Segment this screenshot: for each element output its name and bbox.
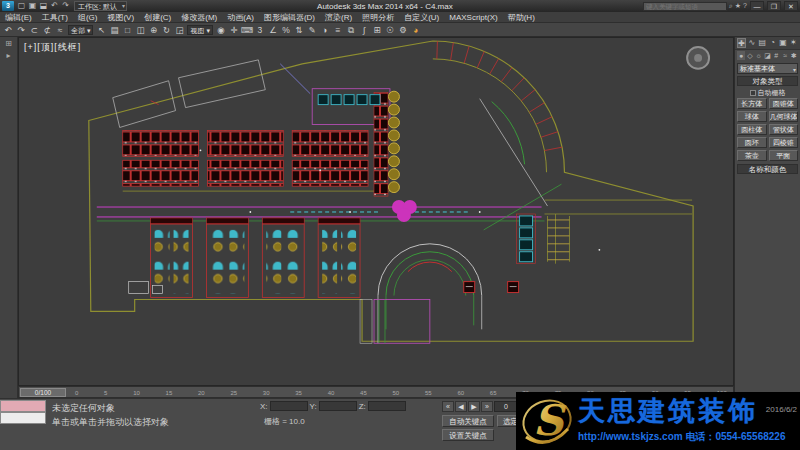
open-file-icon[interactable]: ▣: [27, 0, 38, 12]
brand-url[interactable]: http://www.tskjzs.com: [578, 431, 683, 442]
menu-help[interactable]: 帮助(H): [503, 12, 540, 23]
search-input[interactable]: [643, 2, 727, 11]
menu-lighting-analysis[interactable]: 照明分析: [357, 12, 399, 23]
objtype-plane[interactable]: 平面: [769, 150, 799, 161]
menu-customize[interactable]: 自定义(U): [399, 12, 444, 23]
percent-snap-icon[interactable]: %: [280, 24, 292, 36]
menu-create[interactable]: 创建(C): [139, 12, 176, 23]
panel-tab-utilities[interactable]: ✶: [789, 38, 798, 48]
subtab-shapes[interactable]: ◇: [746, 51, 754, 60]
select-and-manipulate-icon[interactable]: ✛: [228, 24, 240, 36]
x-coordinate-field[interactable]: [270, 401, 308, 411]
menu-group[interactable]: 组(G): [73, 12, 103, 23]
subtab-lights[interactable]: ☼: [755, 51, 763, 60]
edit-named-selection-sets-icon[interactable]: ✎: [306, 24, 318, 36]
undo-icon[interactable]: ↶: [2, 24, 14, 36]
maximize-button[interactable]: ❐: [767, 1, 781, 11]
selection-filter-dropdown[interactable]: 全部 ▾: [68, 25, 93, 35]
favorites-star-icon[interactable]: ★: [735, 0, 741, 12]
schematic-view-icon[interactable]: ⊞: [371, 24, 383, 36]
menu-modifiers[interactable]: 修改器(M): [176, 12, 222, 23]
layer-manager-icon[interactable]: ⧉: [345, 24, 357, 36]
spinner-snap-icon[interactable]: ⇅: [293, 24, 305, 36]
objtype-cone[interactable]: 圆锥体: [769, 98, 799, 109]
panel-tab-create[interactable]: ✚: [737, 38, 746, 48]
3dsmax-app-icon[interactable]: 3: [2, 1, 14, 11]
viewport[interactable]: [+][顶][线框]: [18, 37, 734, 386]
keyboard-shortcut-override-icon[interactable]: ⌨: [241, 24, 253, 36]
name-color-rollout[interactable]: 名称和颜色: [737, 164, 798, 174]
primitive-category-dropdown[interactable]: 标准基本体: [737, 63, 798, 74]
render-setup-icon[interactable]: ⚙: [397, 24, 409, 36]
objtype-pyramid[interactable]: 四棱锥: [769, 137, 799, 148]
macro-recorder-field[interactable]: [0, 400, 46, 412]
previous-frame-icon[interactable]: ◀: [455, 401, 467, 412]
objtype-box[interactable]: 长方体: [737, 98, 767, 109]
close-button[interactable]: ✕: [784, 1, 798, 11]
undo-qat-icon[interactable]: ↶: [49, 0, 60, 12]
select-and-rotate-icon[interactable]: ↻: [160, 24, 172, 36]
maxscript-mini-listener[interactable]: [0, 412, 46, 424]
panel-tab-display[interactable]: ▣: [779, 38, 788, 48]
viewport-label[interactable]: [+][顶][线框]: [24, 41, 81, 54]
panel-tab-modify[interactable]: ∿: [747, 38, 756, 48]
material-editor-icon[interactable]: ☉: [384, 24, 396, 36]
menu-rendering[interactable]: 渲染(R): [320, 12, 357, 23]
objtype-cylinder[interactable]: 圆柱体: [737, 124, 767, 135]
curve-editor-icon[interactable]: ∫: [358, 24, 370, 36]
reference-coordinate-dropdown[interactable]: 视图 ▾: [187, 25, 212, 35]
minimize-button[interactable]: —: [750, 1, 764, 11]
menu-tools[interactable]: 工具(T): [37, 12, 73, 23]
go-to-start-icon[interactable]: «: [442, 401, 454, 412]
select-object-icon[interactable]: ↖: [95, 24, 107, 36]
go-to-end-icon[interactable]: »: [481, 401, 493, 412]
redo-qat-icon[interactable]: ↷: [60, 0, 71, 12]
workspace-dropdown[interactable]: 工作区: 默认: [74, 1, 127, 11]
search-icon[interactable]: ⌕: [729, 0, 733, 12]
redo-icon[interactable]: ↷: [15, 24, 27, 36]
select-by-name-icon[interactable]: ▤: [108, 24, 120, 36]
objtype-teapot[interactable]: 茶壶: [737, 150, 767, 161]
objtype-tube[interactable]: 管状体: [769, 124, 799, 135]
menu-maxscript[interactable]: MAXScript(X): [444, 12, 502, 23]
subtab-geometry[interactable]: ●: [737, 51, 745, 60]
expand-strip-icon[interactable]: ▸: [0, 51, 17, 60]
select-and-move-icon[interactable]: ⊕: [147, 24, 159, 36]
autogrid-checkbox[interactable]: [750, 90, 756, 96]
help-icon[interactable]: ?: [743, 0, 747, 12]
save-file-icon[interactable]: ⬓: [38, 0, 49, 12]
unlink-selection-icon[interactable]: ⊄: [41, 24, 53, 36]
menu-edit[interactable]: 编辑(E): [0, 12, 37, 23]
align-icon[interactable]: ≡: [332, 24, 344, 36]
current-frame-field[interactable]: 0: [494, 401, 518, 412]
snaps-toggle-icon[interactable]: 3: [254, 24, 266, 36]
subtab-cameras[interactable]: ◪: [763, 51, 771, 60]
subtab-helpers[interactable]: #: [772, 51, 780, 60]
time-slider-handle[interactable]: 0/100: [20, 388, 66, 397]
viewport-canvas[interactable]: [19, 38, 733, 385]
auto-key-button[interactable]: 自动关键点: [442, 415, 494, 427]
z-coordinate-field[interactable]: [368, 401, 406, 411]
panel-tab-hierarchy[interactable]: ▤: [758, 38, 767, 48]
play-icon[interactable]: ▶: [468, 401, 480, 412]
mirror-icon[interactable]: ◑: [319, 24, 331, 36]
use-pivot-point-icon[interactable]: ◉: [215, 24, 227, 36]
objtype-sphere[interactable]: 球体: [737, 111, 767, 122]
rectangular-selection-icon[interactable]: □: [121, 24, 133, 36]
window-crossing-icon[interactable]: ◫: [134, 24, 146, 36]
steering-wheel-icon[interactable]: [687, 47, 709, 69]
viewport-layout-tab-icon[interactable]: ⊞: [0, 39, 17, 48]
menu-views[interactable]: 视图(V): [102, 12, 139, 23]
objtype-geosphere[interactable]: 几何球体: [769, 111, 799, 122]
render-production-icon[interactable]: ◕: [410, 24, 422, 36]
new-scene-icon[interactable]: ▢: [16, 0, 27, 12]
angle-snap-icon[interactable]: ∠: [267, 24, 279, 36]
select-and-scale-icon[interactable]: ◲: [173, 24, 185, 36]
subtab-systems[interactable]: ✱: [790, 51, 798, 60]
select-and-link-icon[interactable]: ⊂: [28, 24, 40, 36]
menu-graph-editors[interactable]: 图形编辑器(D): [259, 12, 320, 23]
set-key-button[interactable]: 设置关键点: [442, 429, 494, 441]
y-coordinate-field[interactable]: [319, 401, 357, 411]
subtab-space-warps[interactable]: ≈: [781, 51, 789, 60]
bind-to-space-warp-icon[interactable]: ≈: [54, 24, 66, 36]
